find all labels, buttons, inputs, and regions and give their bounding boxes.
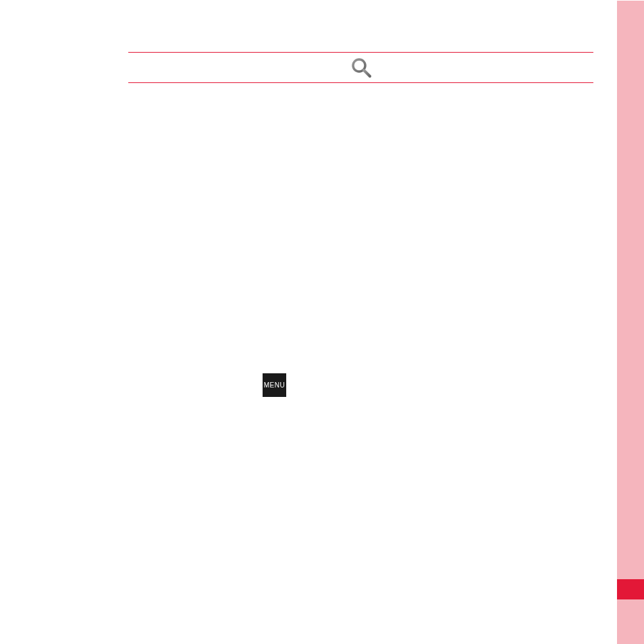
scroll-indicator[interactable]	[617, 579, 644, 599]
search-bar[interactable]	[128, 52, 593, 83]
menu-label: MENU	[264, 381, 285, 389]
search-icon	[350, 56, 373, 79]
menu-button[interactable]: MENU	[263, 373, 286, 397]
right-sidebar	[617, 1, 644, 644]
svg-line-1	[364, 70, 370, 76]
